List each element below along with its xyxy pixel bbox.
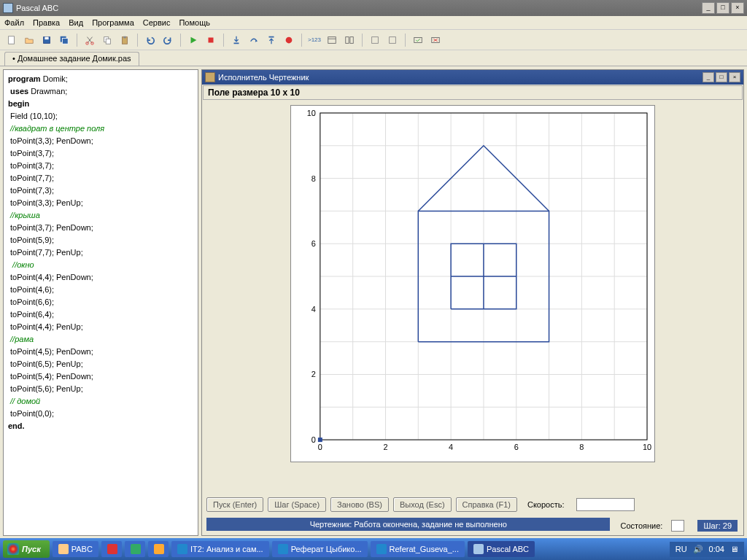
drawman-pane: Исполнитель Чертежник _ □ × Поле размера… (201, 69, 744, 536)
svg-rect-12 (234, 42, 239, 44)
taskbar-item[interactable] (148, 541, 169, 557)
taskbar-item[interactable] (125, 541, 145, 557)
new-icon[interactable] (4, 33, 19, 47)
run-icon[interactable] (186, 33, 201, 47)
step-into-icon[interactable] (229, 33, 244, 47)
inner-minimize-button[interactable]: _ (703, 72, 714, 82)
svg-text:6: 6 (514, 443, 519, 451)
svg-text:8: 8 (311, 174, 316, 183)
app-icon (3, 3, 13, 13)
svg-rect-0 (9, 36, 15, 44)
svg-text:0: 0 (311, 435, 316, 444)
svg-text:2: 2 (383, 443, 387, 451)
field-size-label: Поле размера 10 x 10 (203, 85, 743, 100)
tool2-icon[interactable] (385, 33, 400, 47)
copy-icon[interactable] (100, 33, 115, 47)
svg-text:0: 0 (318, 443, 322, 451)
tab-bar: • Домашнее задание Домик.pas (0, 50, 747, 66)
save-all-icon[interactable] (57, 33, 71, 47)
windows-icon (7, 543, 19, 555)
taskbar: Пуск PABC IT2: Анализ и сам... Реферат Ц… (0, 538, 747, 560)
taskbar-item[interactable]: Реферат Цыбико... (272, 541, 368, 557)
window-icon[interactable] (325, 33, 339, 47)
taskbar-item-active[interactable]: Pascal ABC (468, 541, 535, 557)
redo-icon[interactable] (160, 33, 175, 47)
exit-button[interactable]: Выход (Esc) (393, 497, 452, 512)
system-tray[interactable]: RU 🔊 0:04 🖥 (670, 542, 744, 557)
stop-icon[interactable] (204, 33, 218, 47)
step-counter: Шаг: 29 (697, 520, 738, 532)
svg-rect-4 (62, 38, 68, 44)
svg-text:10: 10 (643, 443, 651, 451)
menu-help[interactable]: Помощь (179, 18, 210, 27)
paste-icon[interactable] (117, 33, 132, 47)
menu-view[interactable]: Вид (69, 18, 83, 27)
toolbar: >123 (0, 30, 747, 50)
minimize-button[interactable]: _ (702, 2, 715, 14)
svg-rect-21 (414, 37, 422, 42)
step-over-icon[interactable] (247, 33, 261, 47)
windows-icon[interactable] (342, 33, 357, 47)
menu-edit[interactable]: Правка (33, 18, 60, 27)
taskbar-item[interactable]: IT2: Анализ и сам... (171, 541, 269, 557)
tray-icon[interactable]: 🖥 (730, 545, 738, 553)
taskbar-item[interactable] (101, 541, 122, 557)
inner-close-button[interactable]: × (729, 72, 740, 82)
svg-rect-8 (106, 39, 110, 44)
status-message: Чертежник: Работа окончена, задание не в… (206, 518, 610, 531)
svg-text:8: 8 (579, 443, 584, 451)
svg-text:4: 4 (449, 443, 453, 451)
breakpoint-icon[interactable] (282, 33, 296, 47)
menu-bar: Файл Правка Вид Программа Сервис Помощь (0, 16, 747, 30)
window-titlebar: Pascal ABC _ □ × (0, 0, 747, 16)
reset-button[interactable]: Заново (BS) (330, 497, 389, 512)
svg-rect-20 (390, 36, 396, 43)
lang-indicator[interactable]: RU (676, 545, 687, 553)
inner-titlebar: Исполнитель Чертежник _ □ × (202, 70, 743, 85)
state-label: Состояние: (620, 521, 662, 530)
drawing-canvas: 02468100246810 (290, 105, 655, 462)
menu-file[interactable]: Файл (4, 18, 24, 27)
control-buttons: Пуск (Enter) Шаг (Space) Заново (BS) Вых… (202, 493, 522, 516)
svg-text:10: 10 (307, 109, 316, 117)
taskbar-item[interactable]: PABC (53, 541, 98, 557)
svg-rect-10 (123, 36, 126, 38)
tray-icon[interactable]: 🔊 (693, 545, 703, 554)
step-out-icon[interactable] (264, 33, 279, 47)
state-box (671, 520, 684, 532)
save-icon[interactable] (39, 33, 54, 47)
close-button[interactable]: × (731, 2, 744, 14)
svg-rect-60 (318, 438, 322, 442)
svg-text:4: 4 (311, 305, 316, 314)
svg-rect-15 (328, 36, 336, 43)
svg-rect-2 (44, 36, 48, 39)
file-tab[interactable]: • Домашнее задание Домик.pas (4, 52, 139, 66)
start-button[interactable]: Пуск (3, 540, 50, 558)
inner-maximize-button[interactable]: □ (716, 72, 727, 82)
svg-rect-19 (372, 36, 379, 43)
svg-rect-18 (350, 36, 353, 43)
menu-program[interactable]: Программа (92, 18, 134, 27)
speed-slider[interactable] (576, 498, 635, 511)
vars-icon[interactable]: >123 (307, 33, 322, 47)
svg-point-14 (286, 36, 293, 43)
menu-service[interactable]: Сервис (143, 18, 171, 27)
window-title: Pascal ABC (16, 4, 58, 12)
svg-text:6: 6 (311, 239, 316, 248)
clock: 0:04 (709, 545, 724, 553)
code-editor[interactable]: program Domik; uses Drawman; begin Field… (3, 69, 198, 536)
step-button[interactable]: Шаг (Space) (268, 497, 326, 512)
help-button[interactable]: Справка (F1) (456, 497, 517, 512)
drawman-icon (205, 72, 215, 82)
taskbar-item[interactable]: Referat_Guseva_... (371, 541, 465, 557)
cut-icon[interactable] (82, 33, 97, 47)
tool4-icon[interactable] (428, 33, 443, 47)
svg-text:2: 2 (311, 370, 316, 378)
undo-icon[interactable] (143, 33, 158, 47)
maximize-button[interactable]: □ (716, 2, 729, 14)
run-button[interactable]: Пуск (Enter) (206, 497, 263, 512)
svg-rect-13 (269, 36, 274, 37)
open-icon[interactable] (22, 33, 36, 47)
tool1-icon[interactable] (368, 33, 382, 47)
tool3-icon[interactable] (411, 33, 425, 47)
